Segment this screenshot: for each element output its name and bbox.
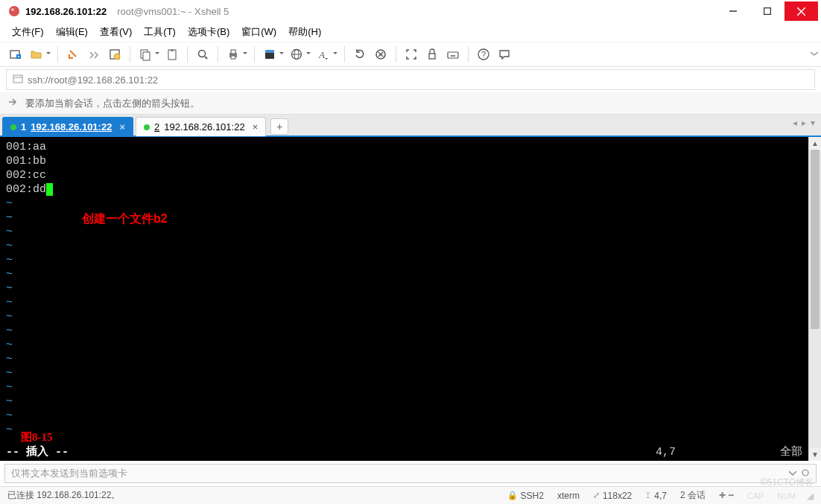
find-button[interactable] <box>193 45 212 64</box>
toolbar-overflow-icon[interactable] <box>811 49 818 60</box>
vim-cursor-pos: 4,7 <box>656 445 676 459</box>
feedback-button[interactable] <box>495 45 514 64</box>
lock-button[interactable] <box>422 45 442 64</box>
plus-icon[interactable]: ✚ <box>719 491 726 500</box>
terminal-empty-line: ~ <box>6 366 802 380</box>
menu-window[interactable]: 窗口(W) <box>237 23 281 41</box>
status-termtype: xterm <box>557 491 580 501</box>
window-title-main: 192.168.26.101:22 <box>25 6 107 17</box>
tab-prev-icon[interactable]: ◂ <box>793 118 797 128</box>
status-size: 118x22 <box>603 491 632 501</box>
caps-indicator: CAP <box>747 491 764 500</box>
address-icon <box>13 74 23 86</box>
terminal-empty-line: ~ <box>6 296 802 310</box>
terminal-empty-line: ~ <box>6 352 802 366</box>
tab-index: 1 <box>21 121 26 133</box>
disconnect-button[interactable] <box>84 45 104 64</box>
session-tab-1[interactable]: 1 192.168.26.101:22 × <box>2 117 133 136</box>
send-dropdown-icon[interactable] <box>789 468 796 479</box>
resize-grip-icon[interactable]: ◢ <box>807 491 814 501</box>
svg-rect-28 <box>429 54 435 59</box>
svg-line-17 <box>205 57 207 59</box>
tab-close-button[interactable]: × <box>119 121 125 133</box>
refresh-button[interactable] <box>350 45 370 64</box>
fullscreen-button[interactable] <box>402 45 421 64</box>
terminal-empty-line: ~ <box>6 338 802 352</box>
terminal-cursor <box>46 183 53 196</box>
font-button[interactable]: A <box>314 45 333 64</box>
terminal-line: 002:dd <box>6 182 802 197</box>
connection-status-icon <box>144 124 150 130</box>
terminal-empty-line: ~ <box>6 253 802 267</box>
svg-point-16 <box>199 51 206 57</box>
cursor-icon: 𝙸 <box>645 491 651 500</box>
terminal-empty-line: ~ <box>6 380 802 395</box>
scroll-thumb[interactable] <box>811 150 820 329</box>
tab-index: 2 <box>154 121 159 133</box>
hint-arrow-icon[interactable] <box>7 97 19 109</box>
window-title-sub: root@vms001:~ - Xshell 5 <box>117 6 229 17</box>
num-indicator: NUM <box>777 491 796 500</box>
print-button[interactable] <box>224 45 243 64</box>
menu-edit[interactable]: 编辑(E) <box>51 23 92 41</box>
tab-menu-icon[interactable]: ▾ <box>811 118 815 128</box>
terminal-empty-line: ~ <box>6 197 802 211</box>
tab-label: 192.168.26.101:22 <box>164 121 244 133</box>
menu-tools[interactable]: 工具(T) <box>139 23 180 41</box>
send-pin-icon[interactable] <box>801 468 810 479</box>
status-connection: 已连接 192.168.26.101:22。 <box>7 489 120 502</box>
menu-tabs[interactable]: 选项卡(B) <box>183 23 234 41</box>
svg-text:?: ? <box>481 50 486 59</box>
properties-button[interactable] <box>105 45 124 64</box>
lock-icon: 🔒 <box>507 491 518 500</box>
minus-icon[interactable]: ━ <box>729 491 734 500</box>
tab-close-button[interactable]: × <box>253 121 259 133</box>
svg-rect-29 <box>448 52 458 58</box>
scroll-track[interactable] <box>809 150 821 448</box>
paste-button[interactable] <box>162 45 182 64</box>
minimize-button[interactable] <box>716 1 749 21</box>
terminal-empty-line: ~ <box>6 310 802 324</box>
terminal-viewport[interactable]: 001:aa 001:bb 002:cc 002:dd ~ ~ ~ ~ ~ ~ … <box>0 137 808 461</box>
terminal-line: 002:cc <box>6 168 802 182</box>
svg-point-38 <box>802 470 808 476</box>
menu-help[interactable]: 帮助(H) <box>284 23 326 41</box>
app-icon <box>7 4 21 18</box>
session-tab-2[interactable]: 2 192.168.26.101:22 × <box>136 117 266 136</box>
svg-rect-22 <box>265 50 274 53</box>
send-input-bar[interactable]: 仅将文本发送到当前选项卡 <box>4 464 817 483</box>
scroll-up-button[interactable]: ▲ <box>809 137 821 150</box>
figure-label: 图8-15 <box>21 430 53 444</box>
maximize-button[interactable] <box>750 1 784 21</box>
vim-scope-label: 全部 <box>780 445 802 459</box>
add-tab-button[interactable]: + <box>270 118 288 135</box>
vim-mode-label: -- 插入 -- <box>6 445 69 459</box>
encoding-button[interactable] <box>287 45 306 64</box>
menu-file[interactable]: 文件(F) <box>7 23 48 41</box>
terminal-empty-line: ~ <box>6 409 802 423</box>
copy-button[interactable] <box>136 45 155 64</box>
terminal-empty-line: ~ <box>6 267 802 281</box>
hint-text: 要添加当前会话，点击左侧的箭头按钮。 <box>25 97 200 110</box>
terminal-empty-line: ~ <box>6 281 802 296</box>
terminal-empty-line: ~ <box>6 225 802 239</box>
color-scheme-button[interactable] <box>260 45 279 64</box>
tab-next-icon[interactable]: ▸ <box>802 118 806 128</box>
menu-view[interactable]: 查看(V) <box>95 23 136 41</box>
open-session-button[interactable] <box>27 45 46 64</box>
address-bar[interactable]: ssh://root@192.168.26.101:22 <box>6 69 815 90</box>
svg-point-1 <box>11 8 14 11</box>
svg-rect-3 <box>764 8 770 15</box>
scroll-down-button[interactable]: ▼ <box>809 448 821 461</box>
terminal-line: 001:bb <box>6 154 802 168</box>
xagent-button[interactable] <box>371 45 390 64</box>
keyboard-button[interactable] <box>443 45 463 64</box>
svg-text:A: A <box>318 49 325 60</box>
terminal-scrollbar[interactable]: ▲ ▼ <box>808 137 821 461</box>
close-button[interactable] <box>784 1 818 21</box>
send-placeholder: 仅将文本发送到当前选项卡 <box>11 467 127 480</box>
svg-point-11 <box>114 54 120 60</box>
help-button[interactable]: ? <box>474 45 493 64</box>
reconnect-button[interactable] <box>63 45 83 64</box>
new-session-button[interactable] <box>6 45 25 64</box>
